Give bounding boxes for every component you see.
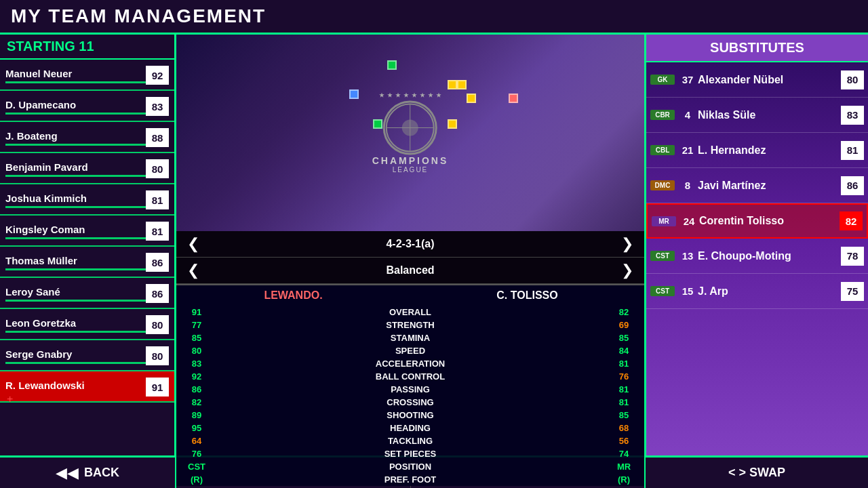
player-indicator: [5, 175, 146, 177]
starting11-player-row[interactable]: Manuel Neuer 92: [0, 60, 174, 91]
sub-position: CBR: [650, 110, 675, 120]
starting11-player-row[interactable]: Serge Gnabry 80: [0, 340, 174, 371]
starting11-player-row[interactable]: R. Lewandowski + 91: [0, 371, 174, 403]
player-rating: 83: [146, 97, 169, 116]
back-button[interactable]: ◀◀ BACK: [0, 458, 176, 488]
style-row: ❮ Balanced ❯: [176, 258, 644, 284]
starting11-player-row[interactable]: Kingsley Coman 81: [0, 216, 174, 247]
player-indicator: [5, 237, 146, 239]
comp-left-val: 82: [176, 396, 217, 408]
comp-stat-row: 80 SPEED 84: [176, 344, 644, 357]
player-indicator: [5, 331, 146, 333]
comp-stat-row: 76 SET PIECES 74: [176, 447, 644, 460]
style-prev-arrow[interactable]: ❮: [176, 260, 210, 281]
sub-number: 13: [677, 250, 698, 262]
substitute-row[interactable]: DMC 8 Javi Martínez 86: [646, 168, 868, 203]
comp-left-val: 95: [176, 422, 217, 434]
player-name: Benjamin Pavard: [5, 161, 88, 173]
substitute-row[interactable]: GK 37 Alexander Nübel 80: [646, 62, 868, 98]
comp-left-val: 76: [176, 448, 217, 460]
sub-position: CST: [650, 286, 675, 296]
starting11-player-row[interactable]: Leon Goretzka 80: [0, 309, 174, 340]
pitch-dot: [349, 89, 359, 99]
comp-left-val: CST: [176, 461, 217, 472]
player-rating: 88: [146, 128, 169, 147]
comp-stat-row: CST POSITION MR: [176, 460, 644, 473]
player-name: Leon Goretzka: [5, 317, 76, 329]
comp-stat-row: 77 STRENGTH 69: [176, 319, 644, 331]
substitute-row[interactable]: CBR 4 Niklas Süle 83: [646, 98, 868, 133]
comp-right-val: 81: [604, 358, 644, 369]
comp-stat-label: CROSSING: [217, 397, 604, 407]
substitute-row[interactable]: CST 13 E. Choupo-Moting 78: [646, 239, 868, 274]
comp-stat-row: 64 TACKLING 56: [176, 434, 644, 447]
comp-right-val: MR: [604, 461, 644, 472]
comp-right-val: 68: [604, 422, 644, 434]
comparison-header: LEWANDO. C. TOLISSO: [176, 285, 644, 306]
comp-stat-label: STRENGTH: [217, 320, 604, 330]
comp-stat-row: 83 ACCELERATION 81: [176, 357, 644, 370]
sub-number: 4: [677, 109, 698, 121]
cl-text: CHAMPIONS: [372, 155, 449, 166]
pitch-dot: [467, 94, 476, 103]
comp-stat-row: 86 PASSING 81: [176, 383, 644, 396]
substitute-row[interactable]: CBL 21 L. Hernandez 81: [646, 133, 868, 168]
starting11-player-row[interactable]: Leroy Sané 86: [0, 278, 174, 309]
substitute-row[interactable]: MR 24 Corentin Tolisso 82: [646, 203, 868, 239]
comp-right-val: 69: [604, 319, 644, 331]
comp-stat-row: 92 BALL CONTROL 76: [176, 370, 644, 383]
starting11-header: STARTING 11: [0, 35, 174, 60]
sub-rating: 80: [841, 70, 864, 89]
comp-right-val: 85: [604, 409, 644, 421]
sub-position: DMC: [650, 180, 675, 190]
formation-prev-arrow[interactable]: ❮: [176, 234, 210, 254]
sub-name: Alexander Nübel: [698, 74, 841, 86]
substitute-row[interactable]: CST 15 J. Arp 75: [646, 274, 868, 309]
sub-rating: 78: [841, 247, 864, 266]
player-name: Kingsley Coman: [5, 224, 85, 235]
center-panel: CHAMPIONS LEAGUE ❮ 4-2-3-1(a) ❯ ❮ Balanc…: [176, 35, 644, 455]
comp-stat-label: SET PIECES: [217, 449, 604, 459]
comp-right-val: 56: [604, 435, 644, 447]
comp-right-val: 84: [604, 345, 644, 357]
player-list: Manuel Neuer 92 D. Upamecano 83 J. Boate…: [0, 60, 174, 403]
sub-list: GK 37 Alexander Nübel 80 CBR 4 Niklas Sü…: [646, 62, 868, 309]
pitch-dot: [457, 80, 467, 89]
comp-right-name: C. TOLISSO: [410, 285, 644, 306]
starting11-player-row[interactable]: Thomas Müller 86: [0, 247, 174, 278]
sub-rating: 81: [841, 141, 864, 160]
cl-subtext: LEAGUE: [372, 166, 449, 174]
sub-name: E. Choupo-Moting: [698, 250, 841, 262]
sub-number: 21: [677, 144, 698, 156]
comp-left-val: (R): [176, 474, 217, 485]
player-name: J. Boateng: [5, 130, 58, 142]
swap-button[interactable]: < > SWAP: [644, 458, 868, 488]
player-name: Serge Gnabry: [5, 348, 72, 360]
sub-number: 37: [677, 74, 698, 85]
sub-number: 8: [677, 180, 698, 191]
comp-stat-row: 91 OVERALL 82: [176, 306, 644, 319]
player-rating: 81: [146, 190, 169, 209]
sub-name: J. Arp: [698, 285, 841, 298]
starting11-player-row[interactable]: Benjamin Pavard 80: [0, 153, 174, 184]
player-rating: 80: [146, 315, 169, 334]
pitch-dot: [448, 80, 457, 89]
formation-next-arrow[interactable]: ❯: [610, 234, 644, 254]
comp-left-val: 83: [176, 358, 217, 369]
comp-stat-row: (R) PREF. FOOT (R): [176, 473, 644, 486]
pitch-dot: [373, 119, 382, 129]
starting11-player-row[interactable]: Joshua Kimmich 81: [0, 184, 174, 216]
player-indicator: [5, 81, 146, 83]
comparison-panel: LEWANDO. C. TOLISSO 91 OVERALL 82 77 STR…: [176, 284, 644, 486]
player-indicator: [5, 206, 146, 208]
player-rating: 86: [146, 284, 169, 303]
comparison-table: 91 OVERALL 82 77 STRENGTH 69 85 STAMINA …: [176, 306, 644, 486]
starting11-player-row[interactable]: J. Boateng 88: [0, 122, 174, 153]
sub-number: 24: [679, 216, 699, 227]
style-next-arrow[interactable]: ❯: [610, 260, 644, 281]
starting11-player-row[interactable]: D. Upamecano 83: [0, 91, 174, 122]
style-value: Balanced: [210, 264, 610, 277]
comp-left-val: 92: [176, 371, 217, 382]
pitch-dot: [387, 60, 397, 70]
sub-name: Corentin Tolisso: [699, 215, 840, 227]
